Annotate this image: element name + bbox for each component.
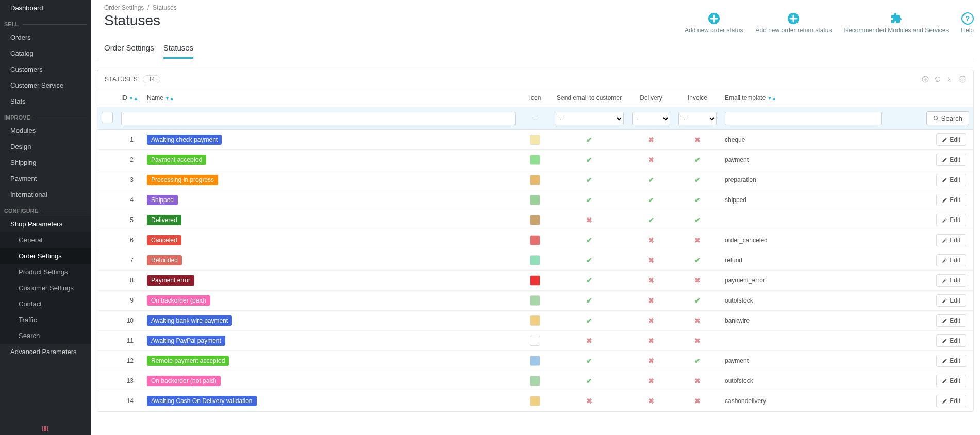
check-icon[interactable]: ✔ xyxy=(586,377,592,385)
table-row[interactable]: 2 Payment accepted ✔ ✖ ✔ payment Edit xyxy=(97,150,973,170)
x-icon[interactable]: ✖ xyxy=(586,216,592,224)
check-icon[interactable]: ✔ xyxy=(586,136,592,144)
edit-button[interactable]: Edit xyxy=(936,214,966,226)
table-row[interactable]: 7 Refunded ✔ ✖ ✔ refund Edit xyxy=(97,250,973,271)
check-icon[interactable]: ✔ xyxy=(694,176,701,184)
tab-statuses[interactable]: Statuses xyxy=(163,38,193,59)
check-icon[interactable]: ✔ xyxy=(586,196,592,204)
table-row[interactable]: 3 Processing in progress ✔ ✔ ✔ preparati… xyxy=(97,170,973,190)
check-icon[interactable]: ✔ xyxy=(694,156,701,164)
sidebar-sub-general[interactable]: General xyxy=(0,232,91,248)
sidebar-item-modules[interactable]: Modules xyxy=(0,123,91,139)
tab-order-settings[interactable]: Order Settings xyxy=(104,38,154,59)
sidebar-item-design[interactable]: Design xyxy=(0,139,91,155)
terminal-icon[interactable] xyxy=(946,76,954,83)
sidebar-item-stats[interactable]: Stats xyxy=(0,93,91,109)
x-icon[interactable]: ✖ xyxy=(694,236,701,244)
table-row[interactable]: 1 Awaiting check payment ✔ ✖ ✖ cheque Ed… xyxy=(97,130,973,150)
edit-button[interactable]: Edit xyxy=(936,133,966,146)
x-icon[interactable]: ✖ xyxy=(648,397,654,405)
sidebar-item-customer-service[interactable]: Customer Service xyxy=(0,77,91,93)
x-icon[interactable]: ✖ xyxy=(694,377,701,385)
recommended-modules-button[interactable]: Recommended Modules and Services xyxy=(844,12,949,34)
table-row[interactable]: 8 Payment error ✔ ✖ ✖ payment_error Edit xyxy=(97,271,973,291)
check-icon[interactable]: ✔ xyxy=(694,196,701,204)
edit-button[interactable]: Edit xyxy=(936,254,966,266)
table-row[interactable]: 12 Remote payment accepted ✔ ✖ ✔ payment… xyxy=(97,351,973,371)
x-icon[interactable]: ✖ xyxy=(694,276,701,285)
edit-button[interactable]: Edit xyxy=(936,194,966,206)
edit-button[interactable]: Edit xyxy=(936,234,966,246)
edit-button[interactable]: Edit xyxy=(936,334,966,347)
sidebar-sub-search[interactable]: Search xyxy=(0,328,91,344)
help-button[interactable]: ? Help xyxy=(961,12,974,34)
database-icon[interactable] xyxy=(959,76,966,83)
edit-button[interactable]: Edit xyxy=(936,355,966,367)
sidebar-sub-customer-settings[interactable]: Customer Settings xyxy=(0,280,91,296)
table-row[interactable]: 13 On backorder (not paid) ✔ ✖ ✖ outofst… xyxy=(97,371,973,391)
check-icon[interactable]: ✔ xyxy=(694,216,701,224)
table-row[interactable]: 10 Awaiting bank wire payment ✔ ✖ ✖ bank… xyxy=(97,311,973,331)
filter-template-input[interactable] xyxy=(725,112,882,125)
search-button[interactable]: Search xyxy=(926,111,969,125)
edit-button[interactable]: Edit xyxy=(936,274,966,287)
x-icon[interactable]: ✖ xyxy=(648,357,654,365)
plus-icon[interactable] xyxy=(922,76,929,83)
x-icon[interactable]: ✖ xyxy=(648,236,654,244)
edit-button[interactable]: Edit xyxy=(936,314,966,327)
check-icon[interactable]: ✔ xyxy=(586,156,592,164)
x-icon[interactable]: ✖ xyxy=(694,136,701,144)
sidebar-item-international[interactable]: International xyxy=(0,187,91,203)
check-icon[interactable]: ✔ xyxy=(694,296,701,305)
sidebar-item-catalog[interactable]: Catalog xyxy=(0,45,91,61)
check-icon[interactable]: ✔ xyxy=(648,176,654,184)
filter-invoice-select[interactable]: - xyxy=(678,112,717,125)
x-icon[interactable]: ✖ xyxy=(648,156,654,164)
table-row[interactable]: 4 Shipped ✔ ✔ ✔ shipped Edit xyxy=(97,190,973,210)
check-icon[interactable]: ✔ xyxy=(694,256,701,264)
x-icon[interactable]: ✖ xyxy=(648,377,654,385)
check-icon[interactable]: ✔ xyxy=(586,316,592,325)
sidebar-item-dashboard[interactable]: Dashboard xyxy=(0,0,91,16)
sidebar-sub-order-settings[interactable]: Order Settings xyxy=(0,248,91,264)
x-icon[interactable]: ✖ xyxy=(648,256,654,264)
x-icon[interactable]: ✖ xyxy=(586,337,592,345)
table-row[interactable]: 9 On backorder (paid) ✔ ✖ ✔ outofstock E… xyxy=(97,291,973,311)
table-row[interactable]: 6 Canceled ✔ ✖ ✖ order_canceled Edit xyxy=(97,230,973,250)
x-icon[interactable]: ✖ xyxy=(648,296,654,305)
sidebar-item-shop-parameters[interactable]: Shop Parameters xyxy=(0,216,91,232)
edit-button[interactable]: Edit xyxy=(936,294,966,307)
col-name[interactable]: Name xyxy=(147,94,163,102)
sidebar-sub-traffic[interactable]: Traffic xyxy=(0,312,91,328)
x-icon[interactable]: ✖ xyxy=(648,136,654,144)
table-row[interactable]: 11 Awaiting PayPal payment ✖ ✖ ✖ Edit xyxy=(97,331,973,351)
check-icon[interactable]: ✔ xyxy=(586,357,592,365)
check-icon[interactable]: ✔ xyxy=(586,276,592,285)
sidebar-item-advanced-parameters[interactable]: Advanced Parameters xyxy=(0,344,91,360)
x-icon[interactable]: ✖ xyxy=(694,337,701,345)
check-icon[interactable]: ✔ xyxy=(586,296,592,305)
sidebar-item-customers[interactable]: Customers xyxy=(0,61,91,77)
edit-button[interactable]: Edit xyxy=(936,395,966,407)
x-icon[interactable]: ✖ xyxy=(648,316,654,325)
col-email-template[interactable]: Email template xyxy=(725,94,766,102)
filter-delivery-select[interactable]: - xyxy=(632,112,670,125)
sidebar-item-payment[interactable]: Payment xyxy=(0,171,91,187)
col-id[interactable]: ID xyxy=(121,94,127,102)
check-icon[interactable]: ✔ xyxy=(694,357,701,365)
check-icon[interactable]: ✔ xyxy=(586,256,592,264)
add-new-order-return-status-button[interactable]: Add new order return status xyxy=(755,12,832,34)
table-row[interactable]: 5 Delivered ✖ ✔ ✔ Edit xyxy=(97,210,973,230)
filter-send-email-select[interactable]: - xyxy=(555,112,624,125)
filter-name-input[interactable] xyxy=(121,112,516,125)
refresh-icon[interactable] xyxy=(934,76,941,83)
sidebar-item-orders[interactable]: Orders xyxy=(0,29,91,45)
x-icon[interactable]: ✖ xyxy=(586,397,592,405)
edit-button[interactable]: Edit xyxy=(936,154,966,166)
check-icon[interactable]: ✔ xyxy=(648,196,654,204)
x-icon[interactable]: ✖ xyxy=(694,397,701,405)
check-icon[interactable]: ✔ xyxy=(648,216,654,224)
breadcrumb-parent[interactable]: Order Settings xyxy=(104,4,144,11)
edit-button[interactable]: Edit xyxy=(936,174,966,186)
check-icon[interactable]: ✔ xyxy=(586,236,592,244)
